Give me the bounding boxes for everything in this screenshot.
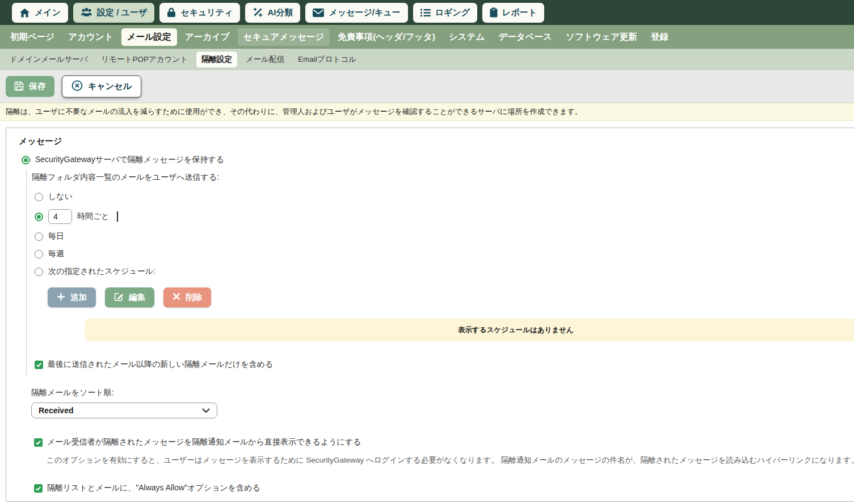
keep-quarantine-radio[interactable]	[22, 156, 30, 164]
subnav-item-domain-mail-server[interactable]: ドメインメールサーバ	[5, 52, 93, 67]
sort-order-select[interactable]: Received	[31, 403, 217, 418]
schedule-button-group: 追加 編集 削除	[48, 287, 854, 307]
cancel-button[interactable]: キャンセル	[62, 75, 141, 98]
nav-item-database[interactable]: データベース	[493, 28, 557, 46]
frequency-weekly-radio[interactable]	[35, 250, 43, 259]
schedule-edit-button[interactable]: 編集	[105, 287, 154, 307]
save-button-label: 保存	[29, 81, 46, 92]
topbar-button-main[interactable]: メイン	[12, 3, 68, 23]
frequency-hours-radio[interactable]	[35, 213, 43, 221]
topbar-button-label: 設定 / ユーザ	[97, 7, 147, 18]
users-icon	[81, 8, 92, 17]
frequency-option-hours: 時間ごと	[32, 209, 854, 224]
view-direct-checkbox[interactable]	[34, 438, 43, 447]
nav-item-secure-messages[interactable]: セキュアメッセージ	[238, 28, 330, 46]
save-button[interactable]: 保存	[6, 76, 54, 97]
always-allow-option: 隔離リストとメールに、"Always Allow"オプションを含める	[31, 483, 854, 493]
quarantine-suboptions: 隔離フォルダ内容一覧のメールをユーザへ送信する: しない 時間ごと 毎日 毎週	[26, 170, 854, 375]
topbar-button-label: セキュリティ	[180, 7, 233, 18]
mail-settings-subnav: ドメインメールサーバ リモートPOPアカウント 隔離設定 メール配信 Email…	[0, 49, 854, 70]
topbar-button-label: AI分類	[267, 7, 293, 18]
schedule-delete-button[interactable]: 削除	[163, 287, 211, 307]
floppy-disk-icon	[14, 81, 24, 92]
topbar-button-label: ロギング	[435, 7, 470, 18]
view-direct-option: メール受信者が隔離されたメッセージを隔離通知メールから直接表示できるようにする	[31, 437, 854, 447]
home-icon	[19, 8, 30, 18]
topbar-button-security[interactable]: セキュリティ	[159, 3, 240, 23]
frequency-option-weekly: 毎週	[32, 249, 854, 259]
subnav-item-email-protocol[interactable]: Emailプロトコル	[293, 52, 361, 67]
nav-item-initial-page[interactable]: 初期ページ	[5, 28, 60, 46]
schedule-delete-label: 削除	[186, 292, 202, 303]
topbar-button-ai-classification[interactable]: AI分類	[245, 3, 300, 23]
frequency-weekly-label: 毎週	[48, 249, 64, 259]
include-only-new-label: 最後に送信されたメール以降の新しい隔離メールだけを含める	[48, 359, 273, 370]
view-direct-label: メール受信者が隔離されたメッセージを隔離通知メールから直接表示できるようにする	[47, 437, 361, 447]
nav-item-archive[interactable]: アーカイブ	[179, 28, 235, 46]
edit-pencil-icon	[114, 292, 124, 303]
info-banner-text: 隔離は、ユーザに不要なメールの流入を減らすために使用ができ、その代わりに、管理人…	[6, 107, 582, 117]
nav-item-registration[interactable]: 登録	[645, 28, 674, 46]
frequency-option-daily: 毎日	[32, 231, 854, 242]
include-only-new-option: 最後に送信されたメール以降の新しい隔離メールだけを含める	[32, 359, 854, 370]
topbar-button-settings-users[interactable]: 設定 / ユーザ	[73, 3, 154, 23]
always-allow-checkbox[interactable]	[34, 484, 43, 493]
hours-interval-input[interactable]	[48, 209, 72, 224]
action-toolbar: 保存 キャンセル	[0, 70, 854, 103]
sort-order-label: 隔離メールをソート順:	[31, 388, 854, 398]
frequency-daily-label: 毎日	[48, 231, 64, 242]
quarantine-settings-panel: メッセージ SecurityGatewayサーバで隔離メッセージを保持する 隔離…	[6, 128, 854, 502]
schedule-edit-label: 編集	[129, 292, 145, 303]
nav-item-accounts[interactable]: アカウント	[62, 28, 119, 46]
frequency-daily-radio[interactable]	[35, 232, 43, 241]
envelope-icon	[313, 9, 324, 17]
securitygateway-app: メイン 設定 / ユーザ セキュリティ AI分類 メッセージ/キュー ロギング …	[0, 0, 854, 502]
x-icon	[173, 293, 180, 302]
schedule-add-button[interactable]: 追加	[48, 287, 96, 307]
circle-x-icon	[71, 80, 83, 93]
lock-icon	[167, 7, 176, 18]
subnav-item-remote-pop[interactable]: リモートPOPアカウント	[96, 52, 193, 67]
cancel-button-label: キャンセル	[88, 81, 132, 92]
subnav-item-mail-delivery[interactable]: メール配信	[241, 52, 289, 67]
subnav-item-quarantine-settings[interactable]: 隔離設定	[196, 52, 237, 67]
main-toolbar: メイン 設定 / ユーザ セキュリティ AI分類 メッセージ/キュー ロギング …	[0, 0, 854, 25]
frequency-option-schedule: 次の指定されたスケジュール:	[32, 266, 854, 277]
frequency-label: 隔離フォルダ内容一覧のメールをユーザへ送信する:	[32, 172, 854, 183]
view-direct-note: このオプションを有効にすると、ユーザーはメッセージを表示するために Securi…	[47, 455, 854, 465]
sort-order-value: Received	[39, 406, 73, 415]
include-only-new-checkbox[interactable]	[35, 361, 43, 369]
topbar-button-label: メッセージ/キュー	[329, 7, 400, 18]
list-icon	[420, 9, 431, 17]
nav-item-disclaimers[interactable]: 免責事項(ヘッダ/フッタ)	[332, 28, 441, 46]
nav-item-system[interactable]: システム	[443, 28, 490, 46]
frequency-hours-label: 時間ごと	[77, 211, 110, 222]
settings-nav: 初期ページ アカウント メール設定 アーカイブ セキュアメッセージ 免責事項(ヘ…	[0, 25, 854, 49]
keep-quarantine-label: SecurityGatewayサーバで隔離メッセージを保持する	[35, 155, 224, 165]
nav-item-mail-settings[interactable]: メール設定	[121, 28, 177, 46]
frequency-none-radio[interactable]	[35, 193, 43, 201]
topbar-button-label: メイン	[35, 7, 61, 18]
topbar-button-reports[interactable]: レポート	[482, 3, 544, 23]
topbar-button-label: レポート	[502, 7, 537, 18]
frequency-schedule-radio[interactable]	[35, 268, 43, 276]
topbar-button-messages-queue[interactable]: メッセージ/キュー	[305, 3, 407, 23]
frequency-option-none: しない	[32, 192, 854, 202]
text-cursor	[117, 211, 118, 222]
schedule-empty-banner: 表示するスケジュールはありません	[85, 319, 854, 341]
clipboard-icon	[490, 7, 498, 18]
chevron-down-icon	[202, 406, 210, 415]
plus-icon	[57, 293, 65, 303]
keep-quarantine-option: SecurityGatewayサーバで隔離メッセージを保持する	[19, 155, 854, 165]
schedule-empty-message: 表示するスケジュールはありません	[458, 325, 574, 335]
frequency-schedule-label: 次の指定されたスケジュール:	[48, 266, 155, 277]
schedule-add-label: 追加	[70, 292, 87, 303]
always-allow-label: 隔離リストとメールに、"Always Allow"オプションを含める	[47, 483, 260, 493]
magic-wand-icon	[253, 7, 263, 18]
frequency-none-label: しない	[48, 192, 73, 202]
topbar-button-logging[interactable]: ロギング	[413, 3, 477, 23]
section-title: メッセージ	[19, 136, 854, 147]
nav-item-software-update[interactable]: ソフトウェア更新	[560, 28, 643, 46]
info-banner: 隔離は、ユーザに不要なメールの流入を減らすために使用ができ、その代わりに、管理人…	[0, 103, 854, 121]
